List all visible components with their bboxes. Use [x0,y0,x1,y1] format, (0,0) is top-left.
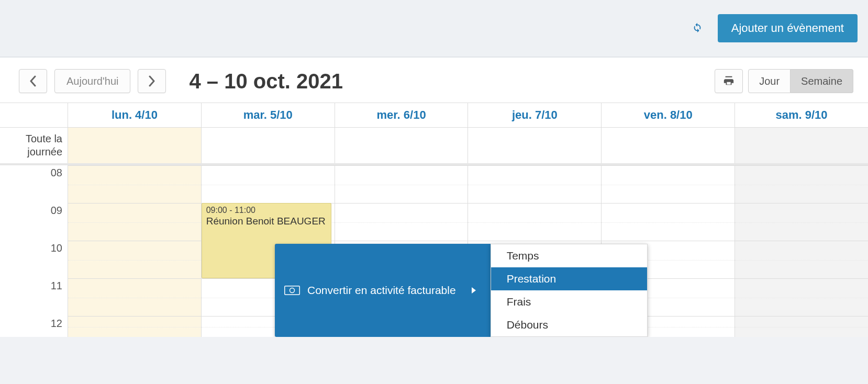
chevron-right-icon [472,287,476,293]
hour-label: 10 [0,241,68,278]
time-slot[interactable] [68,165,202,203]
time-slot[interactable] [468,203,602,241]
day-header[interactable]: jeu. 7/10 [468,103,602,127]
prev-button[interactable] [19,69,47,93]
top-bar: Ajouter un évènement [0,0,868,58]
hour-label: 12 [0,316,68,337]
time-slot[interactable] [68,241,202,278]
day-header[interactable]: ven. 8/10 [602,103,735,127]
context-submenu-item[interactable]: Temps [491,244,647,267]
print-button[interactable] [715,69,743,93]
context-submenu-item[interactable]: Débours [491,313,647,336]
context-menu-label: Convertir en activité facturable [307,284,456,297]
header-gutter [0,103,68,127]
context-menu-item-convert[interactable]: Convertir en activité facturable [275,244,491,337]
context-menu: Convertir en activité facturable Temps P… [275,244,648,337]
time-slot[interactable] [68,203,202,241]
context-submenu-item[interactable]: Frais [491,290,647,313]
hour-row: 08 [0,165,868,203]
time-slot[interactable] [68,278,202,316]
allday-cell[interactable] [335,128,469,163]
allday-row: Toute la journée [0,128,868,165]
time-slot[interactable] [68,316,202,337]
event-title: Réunion Benoit BEAUGER [206,215,327,228]
time-slot[interactable] [335,165,469,203]
allday-cell[interactable] [735,128,868,163]
time-slot[interactable] [735,278,868,316]
add-event-button[interactable]: Ajouter un évènement [718,14,858,42]
allday-cell[interactable] [602,128,735,163]
context-submenu-item[interactable]: Prestation [491,267,647,290]
time-slot[interactable] [602,203,735,241]
day-header-row: lun. 4/10 mar. 5/10 mer. 6/10 jeu. 7/10 … [0,103,868,128]
day-header[interactable]: mar. 5/10 [202,103,335,127]
hour-row: 09 [0,203,868,241]
time-slot[interactable] [735,241,868,278]
next-button[interactable] [138,69,166,93]
today-button[interactable]: Aujourd'hui [54,69,130,93]
date-range-title: 4 – 10 oct. 2021 [189,70,707,93]
refresh-icon[interactable] [692,21,703,35]
calendar-toolbar: Aujourd'hui 4 – 10 oct. 2021 Jour Semain… [0,58,868,103]
svg-point-1 [290,288,295,293]
time-slot[interactable] [335,203,469,241]
view-toggle: Jour Semaine [748,69,853,93]
day-header[interactable]: sam. 9/10 [735,103,868,127]
hour-label: 11 [0,278,68,316]
day-header[interactable]: lun. 4/10 [68,103,202,127]
view-day-button[interactable]: Jour [748,69,791,93]
time-slot[interactable] [468,165,602,203]
event-time: 09:00 - 11:00 [206,206,327,215]
context-submenu: Temps Prestation Frais Débours [491,244,648,337]
hour-label: 08 [0,165,68,203]
time-slot[interactable] [735,203,868,241]
svg-rect-0 [285,286,300,295]
hour-label: 09 [0,203,68,241]
time-slot[interactable] [735,316,868,337]
allday-cell[interactable] [202,128,335,163]
time-slot[interactable] [202,165,335,203]
money-icon [284,285,300,296]
allday-label: Toute la journée [0,128,68,163]
allday-cell[interactable] [468,128,602,163]
calendar-grid: lun. 4/10 mar. 5/10 mer. 6/10 jeu. 7/10 … [0,103,868,337]
day-header[interactable]: mer. 6/10 [335,103,469,127]
calendar-panel: Aujourd'hui 4 – 10 oct. 2021 Jour Semain… [0,58,868,337]
allday-cell[interactable] [68,128,202,163]
time-slot[interactable] [735,165,868,203]
time-grid: 08 09 10 [0,165,868,337]
time-slot[interactable] [602,165,735,203]
view-week-button[interactable]: Semaine [791,69,853,93]
